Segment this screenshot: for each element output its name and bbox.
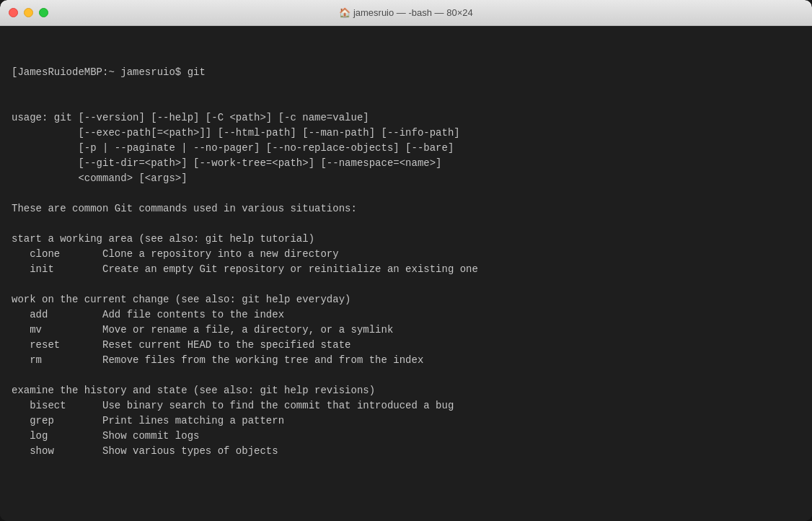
terminal-line: init Create an empty Git repository or r… [12, 262, 800, 277]
terminal-line [12, 186, 800, 201]
window-title: 🏠 jamesruio — -bash — 80×24 [339, 7, 472, 18]
terminal-line: show Show various types of objects [12, 444, 800, 459]
terminal-line: grep Print lines matching a pattern [12, 413, 800, 429]
title-bar: 🏠 jamesruio — -bash — 80×24 [0, 0, 812, 26]
minimize-button[interactable] [24, 8, 33, 17]
terminal-line: bisect Use binary search to find the com… [12, 398, 800, 413]
terminal-line [12, 277, 800, 292]
terminal-line [12, 368, 800, 383]
terminal-line: These are common Git commands used in va… [12, 201, 800, 216]
terminal-line: [-p | --paginate | --no-pager] [--no-rep… [12, 141, 800, 156]
terminal-line [12, 216, 800, 232]
close-button[interactable] [9, 8, 18, 17]
title-bar-buttons [9, 8, 48, 17]
terminal-line: reset Reset current HEAD to the specifie… [12, 338, 800, 353]
terminal-line: mv Move or rename a file, a directory, o… [12, 323, 800, 338]
terminal-line: work on the current change (see also: gi… [12, 292, 800, 307]
terminal-line: examine the history and state (see also:… [12, 383, 800, 398]
terminal-line: clone Clone a repository into a new dire… [12, 247, 800, 262]
terminal-line: usage: git [--version] [--help] [-C <pat… [12, 110, 800, 126]
terminal-window: 🏠 jamesruio — -bash — 80×24 [JamesRuiode… [0, 0, 812, 521]
terminal-line: rm Remove files from the working tree an… [12, 353, 800, 368]
prompt-line: [JamesRuiodeMBP:~ jamesruio$ git [12, 65, 800, 80]
terminal-line: add Add file contents to the index [12, 307, 800, 323]
terminal-line: <command> [<args>] [12, 171, 800, 186]
terminal-line: start a working area (see also: git help… [12, 232, 800, 247]
terminal-content[interactable]: [JamesRuiodeMBP:~ jamesruio$ git usage: … [0, 26, 812, 521]
terminal-output: usage: git [--version] [--help] [-C <pat… [12, 110, 800, 459]
terminal-line: [--git-dir=<path>] [--work-tree=<path>] … [12, 156, 800, 171]
terminal-line: log Show commit logs [12, 429, 800, 444]
maximize-button[interactable] [39, 8, 48, 17]
terminal-line: [--exec-path[=<path>]] [--html-path] [--… [12, 126, 800, 141]
